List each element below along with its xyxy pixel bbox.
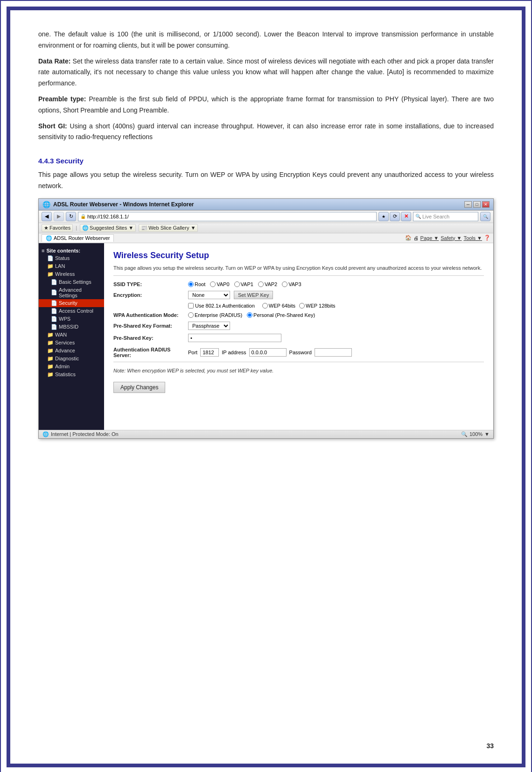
sidebar-item-wireless[interactable]: 📁 Wireless bbox=[39, 270, 104, 278]
wpa-personal-radio[interactable] bbox=[247, 312, 252, 318]
ssid-vap1-option[interactable]: VAP1 bbox=[234, 281, 253, 287]
ssid-vap0-option[interactable]: VAP0 bbox=[210, 281, 229, 287]
folder-icon-wan: 📁 bbox=[47, 332, 54, 338]
browser-toolbar: ◀ ▶ ↻ 🔒 http://192.168.1.1/ ★ ⟳ ✕ 🔍 Live… bbox=[39, 211, 493, 223]
search-bar[interactable]: 🔍 Live Search bbox=[413, 212, 478, 221]
radius-port-input[interactable] bbox=[200, 348, 219, 357]
globe-status-icon: 🌐 bbox=[42, 431, 49, 437]
print-icon[interactable]: 🖨 bbox=[413, 235, 419, 241]
web-slice-gallery-button[interactable]: 📰 Web Slice Gallery ▼ bbox=[139, 224, 198, 232]
wep-128bits-radio[interactable] bbox=[299, 303, 305, 309]
status-left: 🌐 Internet | Protected Mode: On bbox=[42, 431, 119, 437]
sidebar-item-admin[interactable]: 📁 Admin bbox=[39, 363, 104, 371]
help-icon[interactable]: ❓ bbox=[484, 235, 490, 241]
data-rate-text: Set the wireless data transfer rate to a… bbox=[38, 57, 494, 87]
radius-password-input[interactable] bbox=[315, 348, 352, 357]
refresh-button[interactable]: ↻ bbox=[66, 212, 76, 221]
folder-icon-admin: 📁 bbox=[47, 364, 54, 370]
8021x-label: Use 802.1x Authentication bbox=[195, 303, 255, 309]
sidebar-item-security[interactable]: 📄 Security bbox=[39, 299, 104, 307]
wpa-enterprise-radio[interactable] bbox=[188, 312, 194, 318]
back-button[interactable]: ◀ bbox=[42, 212, 52, 221]
status-text: Internet | Protected Mode: On bbox=[51, 431, 119, 437]
8021x-checkbox[interactable] bbox=[188, 303, 194, 309]
home-icon[interactable]: 🏠 bbox=[405, 235, 412, 241]
page-icon-advanced: 📄 bbox=[51, 289, 57, 295]
search-go-button[interactable]: 🔍 bbox=[480, 212, 490, 221]
sidebar-item-statistics[interactable]: 📁 Statistics bbox=[39, 371, 104, 379]
minimize-button[interactable]: ─ bbox=[464, 201, 472, 208]
sidebar-item-services[interactable]: 📁 Services bbox=[39, 339, 104, 347]
stop-btn[interactable]: ✕ bbox=[401, 212, 411, 221]
8021x-checkbox-label[interactable]: Use 802.1x Authentication bbox=[188, 303, 255, 309]
ssid-vap3-label: VAP3 bbox=[288, 281, 301, 287]
psk-format-select[interactable]: Passphrase bbox=[188, 322, 230, 330]
address-bar[interactable]: 🔒 http://192.168.1.1/ bbox=[78, 212, 377, 221]
sidebar-item-advance[interactable]: 📁 Advance bbox=[39, 347, 104, 355]
wpa-enterprise-option[interactable]: Enterprise (RADIUS) bbox=[188, 312, 242, 318]
webslice-icon: 📰 bbox=[141, 225, 147, 231]
wpa-auth-options: Enterprise (RADIUS) Personal (Pre-Shared… bbox=[188, 312, 484, 318]
ssid-vap2-option[interactable]: VAP2 bbox=[258, 281, 277, 287]
psk-label: Pre-Shared Key: bbox=[113, 335, 188, 341]
apply-changes-button[interactable]: Apply Changes bbox=[113, 382, 165, 393]
sidebar-header: ≡ Site contents: bbox=[39, 247, 104, 254]
ssid-vap2-radio[interactable] bbox=[258, 281, 264, 287]
services-label: Services bbox=[55, 340, 75, 345]
maximize-button[interactable]: □ bbox=[473, 201, 481, 208]
ssid-vap0-label: VAP0 bbox=[217, 281, 229, 287]
adsl-tab[interactable]: 🌐 ADSL Router Webserver bbox=[42, 234, 114, 242]
live-search-text: Live Search bbox=[422, 214, 449, 219]
page-container: one. The default value is 100 (the unit … bbox=[7, 7, 525, 767]
wpa-personal-option[interactable]: Personal (Pre-Shared Key) bbox=[247, 312, 315, 318]
ssid-vap1-radio[interactable] bbox=[234, 281, 240, 287]
wep-64bits-option[interactable]: WEP 64bits bbox=[262, 303, 295, 309]
zoom-dropdown-icon[interactable]: ▼ bbox=[484, 431, 490, 437]
star-icon: ★ bbox=[44, 225, 49, 231]
ssid-root-label: Root bbox=[195, 281, 205, 287]
sidebar-item-lan[interactable]: 📁 LAN bbox=[39, 262, 104, 270]
wpa-auth-label: WPA Authentication Mode: bbox=[113, 312, 188, 318]
sidebar-item-diagnostic[interactable]: 📁 Diagnostic bbox=[39, 355, 104, 363]
statistics-label: Statistics bbox=[55, 372, 76, 377]
sidebar-item-advanced[interactable]: 📄 Advanced Settings bbox=[39, 286, 104, 299]
browser-title: ADSL Router Webserver - Windows Internet… bbox=[53, 201, 194, 208]
favorites-btn[interactable]: ★ bbox=[378, 212, 389, 221]
paragraph-preamble: Preamble type: Preamble is the first sub… bbox=[38, 94, 494, 116]
encryption-select[interactable]: None bbox=[188, 291, 230, 299]
ssid-root-radio[interactable] bbox=[188, 281, 194, 287]
page-menu[interactable]: Page ▼ bbox=[420, 235, 439, 241]
sidebar-item-status[interactable]: 📄 Status bbox=[39, 254, 104, 262]
8021x-options: Use 802.1x Authentication WEP 64bits WEP… bbox=[188, 303, 484, 309]
sidebar-header-label: Site contents: bbox=[46, 248, 80, 253]
sidebar-item-access[interactable]: 📄 Access Control bbox=[39, 307, 104, 315]
set-wep-key-button[interactable]: Set WEP Key bbox=[234, 291, 273, 299]
favorites-button[interactable]: ★ Favorites bbox=[42, 224, 73, 232]
refresh-btn2[interactable]: ⟳ bbox=[390, 212, 400, 221]
ssid-vap3-option[interactable]: VAP3 bbox=[282, 281, 301, 287]
psk-format-row: Pre-Shared Key Format: Passphrase bbox=[113, 322, 484, 330]
radius-ip-input[interactable] bbox=[249, 348, 287, 357]
ssid-vap3-radio[interactable] bbox=[282, 281, 287, 287]
ssid-root-option[interactable]: Root bbox=[188, 281, 205, 287]
access-label: Access Control bbox=[59, 308, 93, 314]
preamble-text: Preamble is the first sub field of PPDU,… bbox=[38, 95, 494, 114]
sidebar-item-basic[interactable]: 📄 Basic Settings bbox=[39, 278, 104, 286]
sidebar-item-wps[interactable]: 📄 WPS bbox=[39, 315, 104, 323]
close-button[interactable]: ✕ bbox=[482, 201, 490, 208]
wep-128bits-option[interactable]: WEP 128bits bbox=[299, 303, 335, 309]
psk-input[interactable] bbox=[188, 334, 281, 342]
admin-label: Admin bbox=[55, 364, 70, 369]
sidebar-item-mbssid[interactable]: 📄 MBSSID bbox=[39, 323, 104, 331]
tools-menu[interactable]: Tools ▼ bbox=[463, 235, 482, 241]
suggested-sites-button[interactable]: 🌐 Suggested Sites ▼ bbox=[80, 224, 136, 232]
sidebar-item-wan[interactable]: 📁 WAN bbox=[39, 331, 104, 339]
encryption-value: None Set WEP Key bbox=[188, 291, 484, 299]
safety-menu[interactable]: Safety ▼ bbox=[441, 235, 462, 241]
wep-64bits-radio[interactable] bbox=[262, 303, 268, 309]
wireless-setup-title: Wireless Security Setup bbox=[113, 251, 484, 260]
ssid-vap0-radio[interactable] bbox=[210, 281, 216, 287]
forward-button[interactable]: ▶ bbox=[54, 212, 64, 221]
ssid-type-row: SSID TYPE: Root VAP0 VAP1 bbox=[113, 281, 484, 287]
folder-icon-diagnostic: 📁 bbox=[47, 356, 54, 362]
